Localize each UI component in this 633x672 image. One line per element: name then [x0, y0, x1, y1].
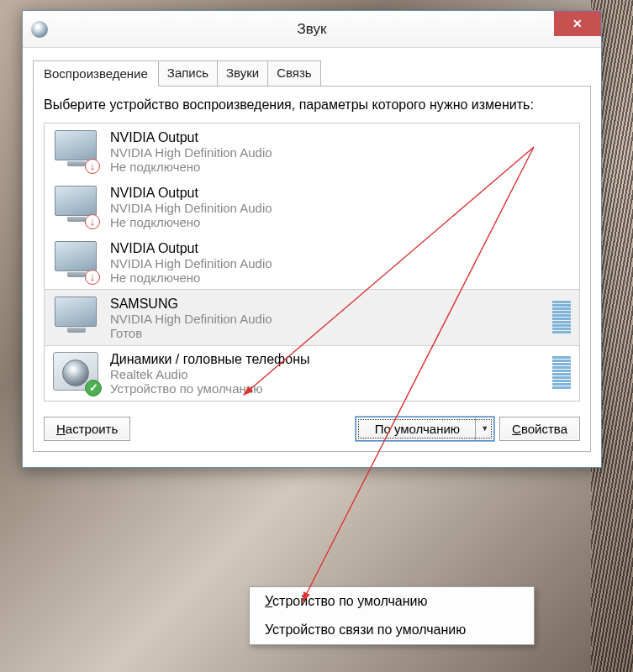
device-item-samsung[interactable]: SAMSUNG NVIDIA High Definition Audio Гот…: [44, 289, 580, 346]
device-name: NVIDIA Output: [110, 241, 572, 256]
monitor-icon: [50, 295, 103, 339]
disconnected-overlay-icon: [85, 214, 100, 229]
set-default-button-label[interactable]: По умолчанию: [356, 417, 475, 440]
menu-item-default-comm-device[interactable]: Устройство связи по умолчанию: [250, 616, 534, 644]
monitor-icon: [50, 239, 103, 283]
sound-settings-window: Звук ✕ Воспроизведение Запись Звуки Связ…: [22, 10, 602, 468]
device-text: NVIDIA Output NVIDIA High Definition Aud…: [110, 239, 572, 285]
device-status: Не подключено: [110, 215, 572, 229]
menu-item-default-device[interactable]: Устройство по умолчанию: [250, 587, 534, 616]
instruction-text: Выберите устройство воспроизведения, пар…: [44, 97, 580, 114]
device-text: NVIDIA Output NVIDIA High Definition Aud…: [110, 184, 572, 229]
monitor-icon: [50, 184, 103, 228]
device-status: Устройство по умолчанию: [110, 381, 552, 396]
level-meter-icon: [552, 301, 571, 333]
set-default-split-button[interactable]: По умолчанию: [356, 417, 494, 441]
level-meter-icon: [552, 356, 571, 389]
device-status: Не подключено: [110, 270, 572, 285]
window-title: Звук: [23, 21, 601, 38]
close-button[interactable]: ✕: [554, 11, 601, 36]
default-dropdown-menu: Устройство по умолчанию Устройство связи…: [249, 586, 535, 645]
tab-playback[interactable]: Воспроизведение: [33, 60, 159, 87]
device-text: SAMSUNG NVIDIA High Definition Audio Гот…: [110, 295, 552, 340]
device-item-nvidia-2[interactable]: NVIDIA Output NVIDIA High Definition Aud…: [45, 179, 579, 234]
monitor-icon: [50, 129, 103, 172]
properties-button[interactable]: Свойства: [499, 417, 580, 441]
tab-sounds[interactable]: Звуки: [217, 60, 268, 87]
playback-panel: Выберите устройство воспроизведения, пар…: [33, 86, 591, 452]
device-item-nvidia-3[interactable]: NVIDIA Output NVIDIA High Definition Aud…: [45, 234, 579, 290]
device-list[interactable]: NVIDIA Output NVIDIA High Definition Aud…: [44, 123, 580, 402]
device-name: Динамики / головные телефоны: [110, 352, 552, 367]
disconnected-overlay-icon: [85, 159, 100, 174]
configure-button[interactable]: Настроить: [44, 417, 130, 441]
dropdown-arrow-icon[interactable]: [475, 417, 493, 440]
tab-strip: Воспроизведение Запись Звуки Связь: [33, 60, 591, 87]
device-driver: Realtek Audio: [110, 367, 552, 381]
disconnected-overlay-icon: [85, 270, 100, 285]
tab-recording[interactable]: Запись: [158, 60, 218, 87]
speaker-device-icon: [50, 350, 103, 394]
device-status: Готов: [110, 326, 552, 340]
device-item-speakers[interactable]: Динамики / головные телефоны Realtek Aud…: [45, 345, 579, 401]
sound-icon: [31, 21, 48, 38]
close-icon: ✕: [572, 17, 583, 30]
default-check-overlay-icon: [85, 380, 102, 396]
device-item-nvidia-1[interactable]: NVIDIA Output NVIDIA High Definition Aud…: [45, 123, 579, 179]
device-name: SAMSUNG: [110, 297, 552, 312]
device-driver: NVIDIA High Definition Audio: [110, 201, 572, 215]
device-name: NVIDIA Output: [110, 130, 572, 145]
device-text: NVIDIA Output NVIDIA High Definition Aud…: [110, 129, 572, 174]
window-content: Воспроизведение Запись Звуки Связь Выбер…: [23, 48, 601, 467]
device-driver: NVIDIA High Definition Audio: [110, 256, 572, 270]
button-row: Настроить По умолчанию Свойства: [44, 417, 580, 441]
device-driver: NVIDIA High Definition Audio: [110, 145, 572, 160]
device-name: NVIDIA Output: [110, 186, 572, 201]
device-driver: NVIDIA High Definition Audio: [110, 312, 552, 326]
device-status: Не подключено: [110, 160, 572, 174]
tab-communications[interactable]: Связь: [267, 60, 320, 87]
titlebar[interactable]: Звук ✕: [23, 11, 601, 48]
device-text: Динамики / головные телефоны Realtek Aud…: [110, 350, 552, 396]
